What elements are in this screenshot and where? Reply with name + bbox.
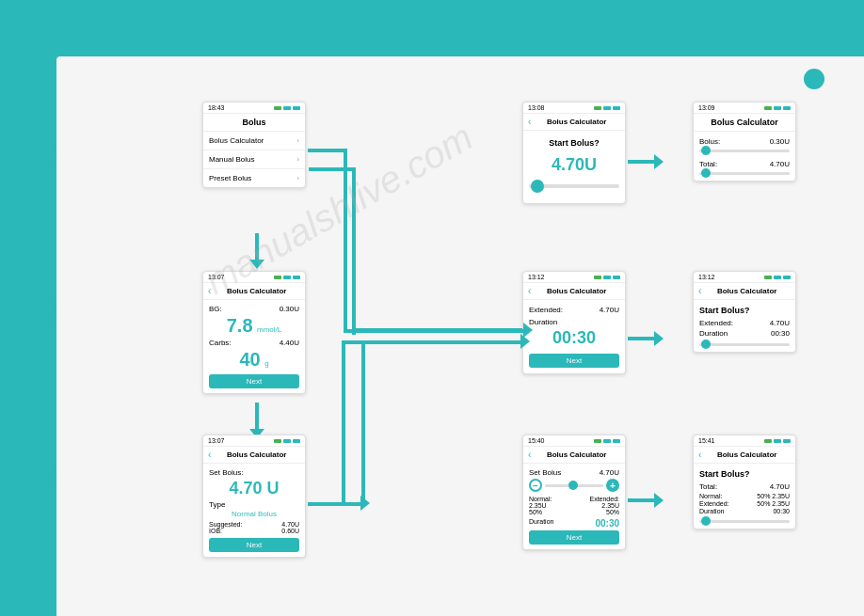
dot-3 xyxy=(36,467,56,488)
screen6-header: ‹ Bolus Calculator xyxy=(523,447,625,464)
arrow-right-5-to-r2 xyxy=(628,331,664,346)
screen-r3-header: ‹ Bolus Calculator xyxy=(694,447,795,464)
dot-top-right xyxy=(804,69,824,89)
status-bar-4: 13:08 xyxy=(523,103,625,114)
status-bar-1: 18:43 xyxy=(203,103,305,114)
bracket2-horiz xyxy=(343,340,523,344)
status-bar-r2: 13:12 xyxy=(694,272,795,283)
bracket-vert xyxy=(344,149,347,333)
next-btn-5[interactable]: Next xyxy=(529,354,619,368)
screen4-header: ‹ Bolus Calculator xyxy=(523,114,625,131)
arrow-down-2 xyxy=(249,403,264,438)
screen3-body: Set Bolus: 4.70 U Type Normal Bolus Sugg… xyxy=(203,464,305,557)
bracket2-arrow-head xyxy=(520,334,530,349)
screen-extended: 13:12 ‹ Bolus Calculator Extended:4.70U … xyxy=(522,271,626,374)
next-btn-6[interactable]: Next xyxy=(529,530,619,545)
arrow-down-1 xyxy=(249,233,264,269)
screen-start-bolus: 13:08 ‹ Bolus Calculator Start Bolus? 4.… xyxy=(522,102,626,204)
arrow-right-4-to-r1 xyxy=(628,154,664,169)
status-bar-r3: 15:41 xyxy=(694,435,795,447)
screen-result-1: 13:09 Bolus Calculator Bolus:0.30U Total… xyxy=(693,102,796,182)
menu-item-bolus-calc[interactable]: Bolus Calculator› xyxy=(203,132,305,150)
screen-r1-header: Bolus Calculator xyxy=(694,114,795,132)
status-bar-3: 13:07 xyxy=(203,435,305,447)
time-1: 18:43 xyxy=(208,104,225,111)
bracket-top-h xyxy=(308,149,347,152)
bracket-bottom-h xyxy=(344,329,528,333)
status-bar-2: 13:07 xyxy=(203,272,305,283)
arrow-right-6-to-r3 xyxy=(628,493,664,508)
screen2-header: ‹ Bolus Calculator xyxy=(203,283,305,300)
status-bar-r1: 13:09 xyxy=(694,103,795,114)
bracket2-h-right xyxy=(308,502,345,506)
screen5-body: Extended:4.70U Duration 00:30 Next xyxy=(523,300,625,373)
screen4-body: Start Bolus? 4.70U xyxy=(523,131,625,203)
screen-set-bolus: 13:07 ‹ Bolus Calculator Set Bolus: 4.70… xyxy=(202,434,306,558)
next-btn-3[interactable]: Next xyxy=(209,538,299,552)
screen-bg-carbs: 13:07 ‹ Bolus Calculator BG:0.30U 7.8 mm… xyxy=(202,271,306,394)
arrow-vert-1 xyxy=(352,167,356,335)
screen5-header: ‹ Bolus Calculator xyxy=(523,283,625,300)
screen-result-2: 13:12 ‹ Bolus Calculator Start Bolus? Ex… xyxy=(693,271,796,353)
screen3-header: ‹ Bolus Calculator xyxy=(203,447,305,464)
arrow-up-from-3 xyxy=(361,342,365,506)
screen-r1-body: Bolus:0.30U Total:4.70U xyxy=(694,132,795,181)
next-btn-2[interactable]: Next xyxy=(209,374,299,388)
screen-r3-body: Start Bolus? Total:4.70U Normal:50% 2.35… xyxy=(694,464,795,529)
dot-1 xyxy=(36,146,56,166)
screen-split-bolus: 15:40 ‹ Bolus Calculator Set Bolus4.70U … xyxy=(522,434,626,550)
arrow-head-right-3 xyxy=(360,496,370,511)
status-bar-5: 13:12 xyxy=(523,272,625,283)
screen1-header: Bolus xyxy=(203,114,305,132)
menu-item-preset-bolus[interactable]: Preset Bolus› xyxy=(203,169,305,187)
bracket2-vert xyxy=(342,340,345,506)
menu-item-manual-bolus[interactable]: Manual Bolus› xyxy=(203,150,305,169)
arrow-right-from-1 xyxy=(309,167,356,171)
dot-2 xyxy=(36,301,56,322)
screen-r2-header: ‹ Bolus Calculator xyxy=(694,283,795,300)
screen-result-3: 15:41 ‹ Bolus Calculator Start Bolus? To… xyxy=(693,434,796,529)
screen-r2-body: Start Bolus? Extended:4.70U Duration00:3… xyxy=(694,300,795,352)
screen-bolus-menu: 18:43 Bolus Bolus Calculator› Manual Bol… xyxy=(202,102,306,188)
screen6-body: Set Bolus4.70U − + Normal:Extended: 2.35… xyxy=(523,464,625,549)
screen2-body: BG:0.30U 7.8 mmol/L Carbs:4.40U 40 g Nex… xyxy=(203,300,305,393)
status-bar-6: 15:40 xyxy=(523,435,625,447)
